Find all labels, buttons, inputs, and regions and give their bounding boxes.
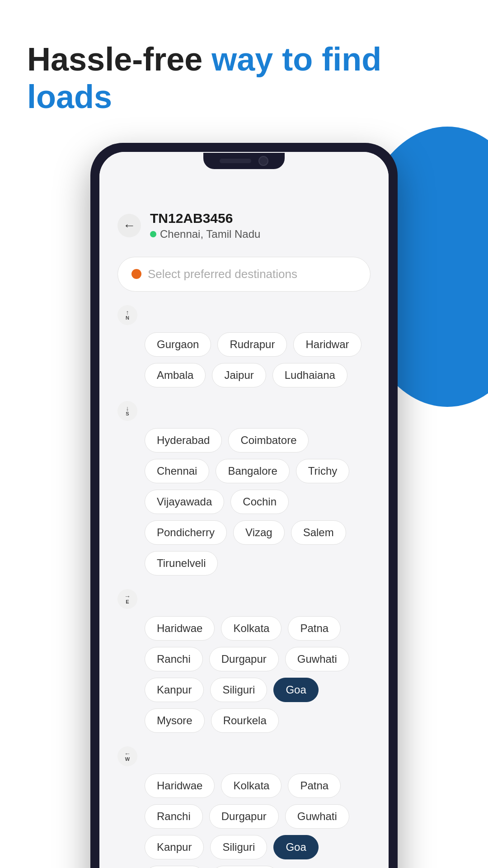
chip-pondicherry[interactable]: Pondicherry <box>145 520 227 545</box>
direction-header-east: →E <box>117 589 371 609</box>
destination-search-input[interactable]: Select preferred destinations <box>117 257 371 292</box>
screen-content: ← TN12AB3456 Chennai, Tamil Nadu Select … <box>99 175 389 868</box>
chip-mysore[interactable]: Mysore <box>145 866 205 868</box>
phone-notch <box>203 153 285 169</box>
chips-row-south: HyderabadCoimbatoreChennaiBangaloreTrich… <box>145 428 371 576</box>
chip-patna[interactable]: Patna <box>288 616 341 641</box>
chip-guwhati[interactable]: Guwhati <box>285 647 349 671</box>
online-indicator <box>150 231 156 237</box>
location-icon <box>131 269 141 279</box>
chip-bangalore[interactable]: Bangalore <box>216 459 289 483</box>
chip-gurgaon[interactable]: Gurgaon <box>145 332 211 357</box>
chip-ranchi[interactable]: Ranchi <box>145 804 203 829</box>
direction-header-south: ↓S <box>117 401 371 421</box>
direction-section-south: ↓SHyderabadCoimbatoreChennaiBangaloreTri… <box>117 401 371 576</box>
chip-vijayawada[interactable]: Vijayawada <box>145 490 224 514</box>
chip-vizag[interactable]: Vizag <box>233 520 285 545</box>
headline-part1: Hassle-free <box>27 41 211 77</box>
chip-siliguri[interactable]: Siliguri <box>210 678 267 702</box>
chip-trichy[interactable]: Trichy <box>296 459 349 483</box>
chip-cochin[interactable]: Cochin <box>230 490 289 514</box>
headline: Hassle-free way to find loads <box>0 0 488 134</box>
chip-kolkata[interactable]: Kolkata <box>221 774 282 798</box>
chip-kanpur[interactable]: Kanpur <box>145 835 204 859</box>
chip-siliguri[interactable]: Siliguri <box>210 835 267 859</box>
vehicle-id: TN12AB3456 <box>150 211 260 226</box>
chip-ludhaiana[interactable]: Ludhaiana <box>272 363 347 387</box>
direction-badge-north: ↑N <box>117 305 137 325</box>
chips-row-west: HaridwaeKolkataPatnaRanchiDurgapurGuwhat… <box>145 774 371 868</box>
chip-salem[interactable]: Salem <box>291 520 346 545</box>
direction-header-west: ←W <box>117 746 371 766</box>
chip-goa[interactable]: Goa <box>273 678 318 702</box>
chip-kanpur[interactable]: Kanpur <box>145 678 204 702</box>
chip-coimbatore[interactable]: Coimbatore <box>228 428 309 453</box>
chip-hyderabad[interactable]: Hyderabad <box>145 428 222 453</box>
back-arrow-icon: ← <box>123 218 136 233</box>
vehicle-info: TN12AB3456 Chennai, Tamil Nadu <box>150 211 260 241</box>
chip-haridwae[interactable]: Haridwae <box>145 616 215 641</box>
chip-haridwar[interactable]: Haridwar <box>293 332 361 357</box>
chip-patna[interactable]: Patna <box>288 774 341 798</box>
chip-kolkata[interactable]: Kolkata <box>221 616 282 641</box>
chip-goa[interactable]: Goa <box>273 835 318 859</box>
chip-jaipur[interactable]: Jaipur <box>212 363 266 387</box>
direction-badge-south: ↓S <box>117 401 137 421</box>
notch-speaker <box>220 159 251 163</box>
search-placeholder-text: Select preferred destinations <box>148 267 297 281</box>
chips-row-east: HaridwaeKolkataPatnaRanchiDurgapurGuwhat… <box>145 616 371 733</box>
chip-chennai[interactable]: Chennai <box>145 459 209 483</box>
chip-guwhati[interactable]: Guwhati <box>285 804 349 829</box>
chips-row-north: GurgaonRudrapurHaridwarAmbalaJaipurLudha… <box>145 332 371 387</box>
screen-header: ← TN12AB3456 Chennai, Tamil Nadu <box>117 202 371 248</box>
notch-camera <box>258 156 268 166</box>
chip-rudrapur[interactable]: Rudrapur <box>217 332 287 357</box>
chip-ranchi[interactable]: Ranchi <box>145 647 203 671</box>
direction-section-east: →EHaridwaeKolkataPatnaRanchiDurgapurGuwh… <box>117 589 371 733</box>
location-text: Chennai, Tamil Nadu <box>160 228 260 241</box>
phone-mockup: ← TN12AB3456 Chennai, Tamil Nadu Select … <box>0 143 488 868</box>
phone-screen: ← TN12AB3456 Chennai, Tamil Nadu Select … <box>99 152 389 868</box>
chip-durgapur[interactable]: Durgapur <box>209 647 279 671</box>
direction-section-west: ←WHaridwaeKolkataPatnaRanchiDurgapurGuwh… <box>117 746 371 868</box>
chip-haridwae[interactable]: Haridwae <box>145 774 215 798</box>
back-button[interactable]: ← <box>117 214 141 237</box>
chip-ambala[interactable]: Ambala <box>145 363 206 387</box>
chip-mysore[interactable]: Mysore <box>145 708 205 733</box>
vehicle-location: Chennai, Tamil Nadu <box>150 228 260 241</box>
direction-header-north: ↑N <box>117 305 371 325</box>
chip-tirunelveli[interactable]: Tirunelveli <box>145 551 218 576</box>
directions-container: ↑NGurgaonRudrapurHaridwarAmbalaJaipurLud… <box>117 305 371 868</box>
chip-rourkela[interactable]: Rourkela <box>211 866 279 868</box>
chip-durgapur[interactable]: Durgapur <box>209 804 279 829</box>
chip-rourkela[interactable]: Rourkela <box>211 708 279 733</box>
direction-section-north: ↑NGurgaonRudrapurHaridwarAmbalaJaipurLud… <box>117 305 371 387</box>
direction-badge-west: ←W <box>117 746 137 766</box>
direction-badge-east: →E <box>117 589 137 609</box>
phone-frame: ← TN12AB3456 Chennai, Tamil Nadu Select … <box>90 143 398 868</box>
